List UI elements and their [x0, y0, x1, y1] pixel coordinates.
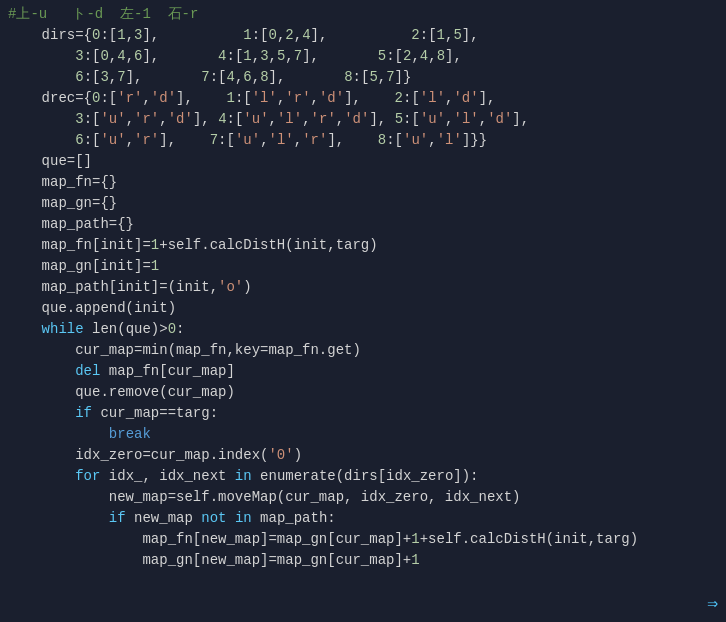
line-del: del map_fn[cur_map] — [0, 361, 726, 382]
line-mapfn: map_fn={} — [0, 172, 726, 193]
line-mapgninit: map_gn[init]=1 — [0, 256, 726, 277]
line-curmap: cur_map=min(map_fn,key=map_fn.get) — [0, 340, 726, 361]
line-for: for idx_, idx_next in enumerate(dirs[idx… — [0, 466, 726, 487]
line-dirs1: dirs={0:[1,3], 1:[0,2,4], 2:[1,5], — [0, 25, 726, 46]
line-drec2: 3:['u','r','d'], 4:['u','l','r','d'], 5:… — [0, 109, 726, 130]
line-while: while len(que)>0: — [0, 319, 726, 340]
line-ifnewmap: if new_map not in map_path: — [0, 508, 726, 529]
line-mapfnnewmap: map_fn[new_map]=map_gn[cur_map]+1+self.c… — [0, 529, 726, 550]
line-break: break — [0, 424, 726, 445]
line-mapfninit: map_fn[init]=1+self.calcDistH(init,targ) — [0, 235, 726, 256]
line-dirs2: 3:[0,4,6], 4:[1,3,5,7], 5:[2,4,8], — [0, 46, 726, 67]
scroll-indicator: ⇒ — [707, 592, 718, 614]
line-mappathinit: map_path[init]=(init,'o') — [0, 277, 726, 298]
line-idxzero: idx_zero=cur_map.index('0') — [0, 445, 726, 466]
line-newmap: new_map=self.moveMap(cur_map, idx_zero, … — [0, 487, 726, 508]
line-dirs3: 6:[3,7], 7:[4,6,8], 8:[5,7]} — [0, 67, 726, 88]
line-drec3: 6:['u','r'], 7:['u','l','r'], 8:['u','l'… — [0, 130, 726, 151]
line-header: #上-u ト-d 左-1 石-r — [0, 4, 726, 25]
line-que: que=[] — [0, 151, 726, 172]
header-comment: #上-u ト-d 左-1 石-r — [8, 4, 198, 25]
line-queappend: que.append(init) — [0, 298, 726, 319]
line-if: if cur_map==targ: — [0, 403, 726, 424]
line-mapgn: map_gn={} — [0, 193, 726, 214]
line-mappath: map_path={} — [0, 214, 726, 235]
line-queremove: que.remove(cur_map) — [0, 382, 726, 403]
line-mapgnnewmap: map_gn[new_map]=map_gn[cur_map]+1 — [0, 550, 726, 571]
code-editor: #上-u ト-d 左-1 石-r dirs={0:[1,3], 1:[0,2,4… — [0, 0, 726, 622]
line-drec1: drec={0:['r','d'], 1:['l','r','d'], 2:['… — [0, 88, 726, 109]
